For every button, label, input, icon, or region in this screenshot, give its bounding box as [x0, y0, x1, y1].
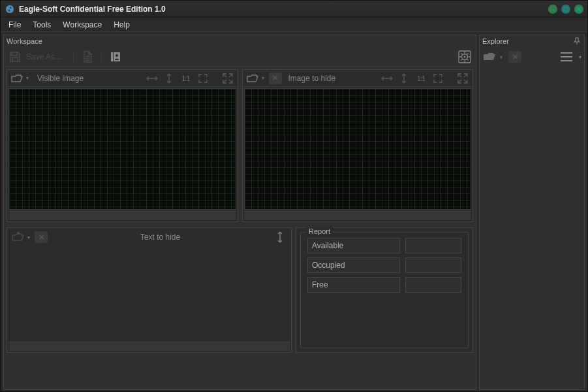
svg-point-7	[464, 56, 466, 57]
workspace-title-row: Workspace	[4, 35, 476, 47]
images-row: ▾ Visible image 1:1	[4, 67, 476, 225]
report-free-value	[405, 277, 461, 293]
svg-point-4	[116, 54, 118, 57]
report-row-available: Available	[307, 238, 461, 253]
report-occupied-value	[405, 257, 461, 273]
clear-explorer-button[interactable]: ✕	[508, 51, 521, 63]
document-button[interactable]	[79, 49, 96, 65]
report-row-occupied: Occupied	[307, 257, 461, 273]
open-text-icon[interactable]	[11, 231, 25, 244]
svg-rect-1	[564, 7, 568, 11]
settings-button[interactable]	[456, 49, 473, 65]
fullscreen-icon[interactable]	[221, 72, 235, 85]
menu-file[interactable]: File	[3, 19, 26, 31]
workspace-title: Workspace	[7, 37, 473, 45]
image-to-hide-panel: ▾ ✕ Image to hide 1:1	[242, 69, 474, 222]
workspace-panel-wrap: Workspace Save As...	[1, 32, 478, 392]
menubar: File Tools Workspace Help	[1, 18, 587, 32]
visible-image-canvas[interactable]	[8, 88, 236, 210]
open-icon[interactable]	[245, 72, 260, 85]
image-to-hide-label: Image to hide	[285, 74, 340, 83]
fit-width-icon[interactable]	[145, 72, 159, 85]
folder-dropdown-icon[interactable]: ▾	[498, 50, 504, 63]
explorer-panel: Explorer ▾ ✕ ▾	[479, 35, 585, 390]
open-dropdown-icon[interactable]: ▾	[260, 72, 266, 85]
resize-vertical-icon[interactable]	[273, 231, 287, 244]
save-as-label: Save As...	[26, 52, 61, 61]
report-available-label: Available	[307, 238, 400, 253]
save-button[interactable]	[7, 49, 23, 65]
bottom-row: ▾ ✕ Text to hide Report Available	[4, 225, 476, 355]
window-title: Eagle-Soft Confidential Free Edition 1.0	[19, 5, 548, 14]
workspace-panel: Workspace Save As...	[3, 35, 476, 390]
menu-tools[interactable]: Tools	[27, 19, 56, 31]
report-occupied-label: Occupied	[307, 257, 400, 273]
actual-size-icon[interactable]: 1:1	[179, 72, 193, 85]
report-available-value	[405, 238, 461, 253]
fit-icon[interactable]	[431, 72, 445, 85]
explorer-content[interactable]	[480, 67, 584, 389]
report-row-free: Free	[307, 277, 461, 293]
explorer-title-row: Explorer	[480, 35, 584, 47]
minimize-button[interactable]	[548, 5, 557, 14]
report-title: Report	[306, 227, 333, 235]
fit-height-icon[interactable]	[397, 72, 411, 85]
workspace-toolbar: Save As...	[4, 47, 476, 67]
explorer-panel-wrap: Explorer ▾ ✕ ▾	[478, 32, 587, 392]
fit-width-icon[interactable]	[380, 72, 394, 85]
separator	[73, 50, 74, 63]
image-to-hide-canvas[interactable]	[244, 88, 472, 210]
text-to-hide-toolbar: ▾ ✕ Text to hide	[7, 228, 291, 246]
image-to-hide-toolbar: ▾ ✕ Image to hide 1:1	[243, 70, 473, 87]
hamburger-icon	[561, 52, 572, 61]
clear-image-button[interactable]: ✕	[269, 73, 282, 84]
clear-text-button[interactable]: ✕	[35, 231, 48, 243]
app-icon	[5, 4, 15, 14]
text-to-hide-statusbar	[8, 342, 290, 351]
report-fieldset: Report Available Occupied Free	[300, 232, 469, 348]
menu-workspace[interactable]: Workspace	[57, 19, 107, 31]
contact-button[interactable]	[107, 49, 124, 65]
window-controls	[548, 5, 583, 14]
visible-image-statusbar	[8, 211, 236, 220]
close-button[interactable]	[574, 5, 583, 14]
menu-help[interactable]: Help	[108, 19, 135, 31]
titlebar: Eagle-Soft Confidential Free Edition 1.0	[1, 1, 587, 18]
fit-height-icon[interactable]	[162, 72, 176, 85]
open-icon[interactable]	[10, 72, 24, 85]
folder-icon[interactable]	[482, 50, 497, 63]
report-free-label: Free	[307, 277, 400, 293]
menu-button[interactable]	[559, 50, 574, 63]
text-to-hide-label: Text to hide	[50, 233, 270, 242]
explorer-toolbar: ▾ ✕ ▾	[480, 47, 584, 67]
maximize-button[interactable]	[561, 5, 570, 14]
open-text-dropdown-icon[interactable]: ▾	[25, 231, 32, 244]
menu-dropdown-icon[interactable]: ▾	[579, 54, 581, 60]
image-to-hide-statusbar	[244, 211, 472, 220]
open-dropdown-icon[interactable]: ▾	[24, 72, 31, 85]
svg-rect-0	[551, 10, 555, 10]
report-panel: Report Available Occupied Free	[296, 227, 473, 353]
main-area: Workspace Save As...	[1, 32, 587, 392]
visible-image-label: Visible image	[33, 74, 87, 83]
visible-image-toolbar: ▾ Visible image 1:1	[7, 70, 238, 87]
fit-icon[interactable]	[196, 72, 210, 85]
visible-image-panel: ▾ Visible image 1:1	[7, 69, 238, 222]
svg-rect-2	[111, 52, 113, 61]
fullscreen-icon[interactable]	[456, 72, 470, 85]
actual-size-icon[interactable]: 1:1	[414, 72, 428, 85]
text-to-hide-input[interactable]	[8, 248, 290, 340]
explorer-title: Explorer	[482, 37, 574, 45]
text-to-hide-panel: ▾ ✕ Text to hide	[7, 227, 292, 353]
separator	[101, 50, 102, 63]
pin-icon[interactable]	[574, 37, 581, 45]
